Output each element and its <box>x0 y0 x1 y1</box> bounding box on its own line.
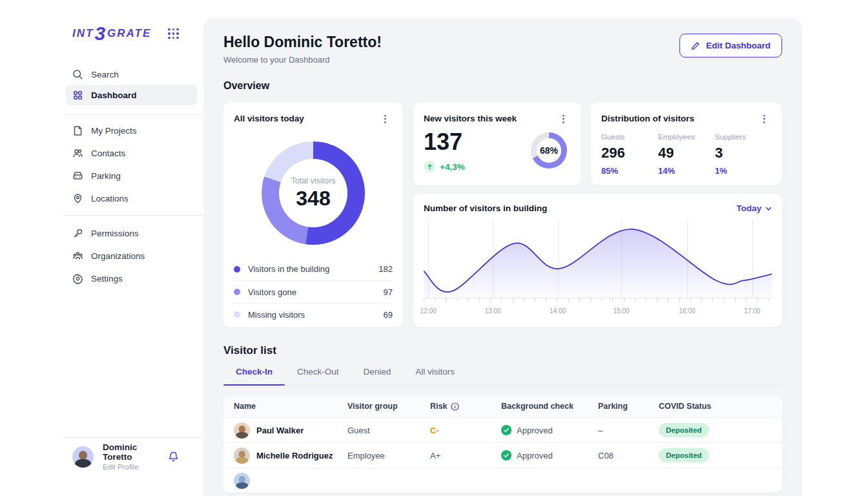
user-avatar[interactable] <box>72 446 94 468</box>
sidebar-item-label: My Projects <box>91 126 137 136</box>
visitor-avatar <box>234 473 250 489</box>
card-title: Number of visitors in building <box>424 203 547 213</box>
distribution-stat: Suppliers 3 1% <box>715 133 772 176</box>
parking-spot: – <box>598 426 659 435</box>
parking-spot: C08 <box>598 451 659 460</box>
donut-center: Total visitors 348 <box>279 159 347 227</box>
legend-dot <box>234 289 240 295</box>
sidebar: INT3GRATE Search Dashboard My Projects C… <box>0 0 203 496</box>
visitor-group: Guest <box>347 426 430 435</box>
edit-profile-link[interactable]: Edit Profile <box>103 463 159 471</box>
risk-grade: C- <box>430 426 501 435</box>
covid-status-badge: Deposited <box>659 423 709 437</box>
column-header: Name <box>234 402 347 411</box>
legend-dot <box>234 266 240 273</box>
app-logo: INT3GRATE <box>72 27 151 40</box>
background-check: Approved <box>501 450 598 460</box>
sidebar-item-parking[interactable]: Parking <box>72 165 197 186</box>
apps-grid-icon[interactable] <box>168 28 179 39</box>
sidebar-divider <box>65 437 203 438</box>
x-tick-label: 15:00 <box>614 307 630 315</box>
tab-check-out[interactable]: Check-Out <box>285 367 351 385</box>
table-row[interactable]: Michelle Rodriguez Employee A+ Approved … <box>223 442 782 468</box>
location-pin-icon <box>72 193 83 204</box>
card-title: New visitors this week <box>424 114 517 123</box>
background-check: Approved <box>501 425 598 435</box>
x-axis-ticks <box>424 298 772 303</box>
sidebar-item-label: Contacts <box>91 149 125 158</box>
legend-dot <box>234 311 240 318</box>
card-title: All visitors today <box>234 114 304 123</box>
legend-item: Visitors gone 97 <box>234 280 393 303</box>
tab-check-in[interactable]: Check-In <box>223 367 285 385</box>
visitor-group: Employee <box>347 451 430 460</box>
main-panel: Hello Dominic Toretto! Welcome to your D… <box>203 18 802 496</box>
donut-legend: Visitors in the building 182 Visitors go… <box>234 258 393 326</box>
sidebar-item-permissions[interactable]: Permissions <box>72 223 197 243</box>
pencil-icon <box>691 41 700 50</box>
table-header-row: Name Visitor group Risk Background check… <box>223 395 782 417</box>
contacts-icon <box>72 148 83 159</box>
kebab-menu-icon[interactable]: ⋮ <box>556 112 571 125</box>
sidebar-item-label: Dashboard <box>91 90 137 100</box>
x-axis-labels: 12:00 13:00 14:00 15:00 16:00 17:00 <box>424 307 772 316</box>
covid-status-badge: Deposited <box>659 448 709 462</box>
range-dropdown[interactable]: Today <box>736 203 772 213</box>
area-fill <box>424 229 772 298</box>
document-icon <box>72 125 83 136</box>
legend-item: Missing visitors 69 <box>234 303 393 326</box>
info-icon[interactable] <box>451 402 459 411</box>
overview-section-title: Overview <box>223 80 782 92</box>
total-visitors-value: 348 <box>296 187 330 211</box>
visitor-list-tabs: Check-In Check-Out Denied All visitors <box>223 367 782 386</box>
sidebar-item-label: Search <box>91 70 119 79</box>
distribution-stat: Employees 49 14% <box>658 133 715 176</box>
kebab-menu-icon[interactable]: ⋮ <box>757 112 772 125</box>
sidebar-item-label: Permissions <box>91 229 139 238</box>
percent-gauge: 68% <box>531 132 567 169</box>
column-header: Visitor group <box>347 402 430 411</box>
sidebar-item-dashboard[interactable]: Dashboard <box>66 85 197 105</box>
car-icon <box>72 170 83 181</box>
risk-grade: A+ <box>430 451 501 460</box>
sidebar-item-settings[interactable]: Settings <box>72 268 197 289</box>
x-tick-label: 16:00 <box>679 307 696 315</box>
new-visitors-value: 137 <box>424 129 465 156</box>
table-row[interactable] <box>223 468 782 493</box>
tab-all-visitors[interactable]: All visitors <box>403 367 467 385</box>
edit-dashboard-button[interactable]: Edit Dashboard <box>679 34 782 57</box>
column-header: Risk <box>430 402 501 411</box>
sidebar-divider <box>65 215 203 216</box>
page-title: Hello Dominic Toretto! <box>223 34 382 51</box>
sidebar-item-search[interactable]: Search <box>72 64 197 85</box>
tab-denied[interactable]: Denied <box>351 367 404 385</box>
page-subtitle: Welcome to your Dashboard <box>223 55 382 65</box>
notifications-bell-button[interactable] <box>168 451 179 462</box>
sidebar-item-locations[interactable]: Locations <box>72 188 197 209</box>
all-visitors-card: All visitors today ⋮ Total visitors 348 … <box>223 103 403 327</box>
sidebar-item-my-projects[interactable]: My Projects <box>72 120 197 141</box>
legend-item: Visitors in the building 182 <box>234 258 393 280</box>
area-chart <box>424 219 772 298</box>
profile-name: Dominic Toretto <box>103 442 159 462</box>
x-tick-label: 13:00 <box>485 307 501 315</box>
kebab-menu-icon[interactable]: ⋮ <box>378 112 393 125</box>
sidebar-item-label: Settings <box>91 274 123 284</box>
check-circle-icon <box>501 425 512 435</box>
building-visitors-card: Number of visitors in building Today <box>413 194 782 327</box>
sidebar-item-organizations[interactable]: Organizations <box>72 245 197 266</box>
distribution-card: Distribution of visitors ⋮ Guests 296 85… <box>591 103 782 185</box>
sidebar-item-label: Organizations <box>91 251 145 261</box>
chevron-down-icon <box>765 207 772 211</box>
sidebar-item-label: Parking <box>91 171 121 181</box>
key-icon <box>72 228 83 239</box>
bell-icon <box>168 451 179 462</box>
column-header: COVID Status <box>659 402 772 411</box>
visitor-list-title: Visitor list <box>223 344 782 357</box>
sidebar-item-contacts[interactable]: Contacts <box>72 143 197 163</box>
search-icon <box>72 69 83 80</box>
up-arrow-icon <box>424 161 435 172</box>
organization-icon <box>72 251 83 262</box>
table-row[interactable]: Paul Walker Guest C- Approved – Deposite… <box>223 417 782 442</box>
distribution-stat: Guests 296 85% <box>601 133 658 176</box>
